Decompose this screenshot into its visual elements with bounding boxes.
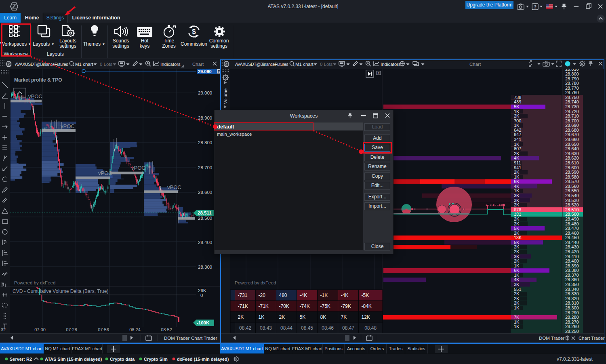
- svg-text:28.250: 28.250: [565, 329, 579, 333]
- svg-text:Crypto data: Crypto data: [110, 357, 135, 362]
- svg-text:-100K: -100K: [197, 320, 210, 325]
- svg-text:3K: 3K: [514, 193, 520, 198]
- svg-text:28.320: 28.320: [565, 296, 579, 301]
- svg-text:2K: 2K: [514, 221, 520, 226]
- svg-text:28.390: 28.390: [565, 263, 579, 268]
- svg-text:2K: 2K: [514, 217, 520, 221]
- svg-text:28.511: 28.511: [198, 210, 212, 215]
- svg-text:-71K: -71K: [259, 303, 269, 309]
- svg-text:28.610: 28.610: [565, 160, 579, 165]
- svg-text:5K: 5K: [514, 104, 520, 109]
- svg-text:0: 0: [200, 293, 203, 298]
- svg-text:181: 181: [514, 212, 521, 217]
- svg-text:28.490: 28.490: [565, 217, 579, 221]
- svg-text:28.800: 28.800: [565, 72, 579, 76]
- svg-text:Powered by dxFeed: Powered by dxFeed: [235, 280, 276, 285]
- svg-text:12K: 12K: [362, 314, 370, 320]
- svg-text:29.000: 29.000: [198, 90, 212, 95]
- svg-text:28.700: 28.700: [198, 165, 212, 170]
- svg-text:F: F: [378, 72, 380, 75]
- svg-text:28.290: 28.290: [565, 310, 579, 315]
- svg-text:28.380: 28.380: [565, 268, 579, 273]
- svg-text:7K: 7K: [514, 315, 520, 320]
- svg-text:28.760: 28.760: [565, 90, 579, 95]
- svg-text:28.410: 28.410: [565, 254, 579, 259]
- svg-text:1K: 1K: [514, 109, 520, 114]
- svg-text:-1K: -1K: [320, 292, 328, 298]
- svg-text:700: 700: [514, 118, 521, 123]
- svg-text:911: 911: [514, 160, 521, 165]
- svg-text:28.500: 28.500: [565, 212, 579, 217]
- svg-text:2K: 2K: [514, 259, 520, 263]
- svg-text:1K: 1K: [514, 123, 520, 128]
- svg-text:28.460: 28.460: [565, 231, 579, 236]
- svg-text:2K: 2K: [279, 314, 285, 320]
- svg-text:28.300: 28.300: [198, 265, 212, 269]
- svg-text:28.680: 28.680: [565, 128, 579, 133]
- svg-text:1K: 1K: [514, 263, 520, 268]
- svg-text:-731: -731: [238, 292, 248, 298]
- svg-text:28.370: 28.370: [565, 273, 579, 278]
- svg-text:3K: 3K: [514, 282, 520, 287]
- svg-text:Powered by dxFeed: Powered by dxFeed: [14, 280, 55, 285]
- svg-text:28.750: 28.750: [565, 95, 579, 100]
- svg-text:28.520: 28.520: [565, 202, 579, 207]
- svg-text:vPOC: vPOC: [61, 123, 75, 129]
- svg-text:6K: 6K: [514, 268, 520, 273]
- svg-text:28.670: 28.670: [565, 132, 579, 137]
- svg-text:1K: 1K: [514, 324, 520, 329]
- svg-text:28.620: 28.620: [565, 156, 579, 160]
- svg-text:1K: 1K: [514, 188, 520, 193]
- svg-text:08:42: 08:42: [239, 325, 251, 331]
- svg-text:1K: 1K: [259, 314, 265, 320]
- svg-text:28.600: 28.600: [565, 165, 579, 170]
- svg-text:2K: 2K: [514, 296, 520, 301]
- svg-text:28.630: 28.630: [565, 151, 579, 156]
- svg-text:07:28: 07:28: [66, 327, 77, 332]
- svg-text:480: 480: [279, 292, 287, 298]
- svg-text:08:46: 08:46: [322, 325, 334, 331]
- svg-text:28.450: 28.450: [565, 235, 579, 240]
- svg-text:vPOC: vPOC: [28, 93, 42, 99]
- svg-text:?: ?: [534, 4, 537, 9]
- svg-text:Server: R2: Server: R2: [10, 357, 32, 362]
- svg-text:551: 551: [514, 287, 521, 292]
- svg-text:2K: 2K: [514, 291, 520, 296]
- svg-text:28.800: 28.800: [198, 140, 212, 145]
- svg-text:28.900: 28.900: [198, 116, 212, 120]
- svg-text:28.530: 28.530: [565, 198, 579, 203]
- svg-text:5K: 5K: [300, 314, 306, 320]
- svg-text:07:00: 07:00: [34, 327, 46, 332]
- svg-text:28.550: 28.550: [565, 188, 579, 193]
- svg-text:28.350: 28.350: [565, 282, 579, 287]
- svg-text:28.660: 28.660: [565, 137, 579, 142]
- svg-text:947: 947: [514, 132, 521, 137]
- svg-text:28.770: 28.770: [565, 86, 579, 90]
- svg-text:28.640: 28.640: [565, 146, 579, 151]
- svg-text:5K: 5K: [514, 240, 520, 245]
- svg-text:CVD - Cumulative Volume Delta: CVD - Cumulative Volume Delta (Bars, Tru…: [13, 288, 108, 294]
- svg-text:4K: 4K: [514, 277, 520, 282]
- svg-text:28.570: 28.570: [565, 179, 579, 184]
- svg-text:1K: 1K: [514, 142, 520, 147]
- svg-text:439: 439: [514, 99, 521, 104]
- svg-text:Volume: Volume: [223, 88, 228, 104]
- svg-text:28.330: 28.330: [565, 291, 579, 296]
- svg-text:28.650: 28.650: [565, 142, 579, 147]
- svg-text:28.690: 28.690: [565, 123, 579, 128]
- svg-text:28.340: 28.340: [565, 287, 579, 292]
- svg-text:3K: 3K: [514, 254, 520, 259]
- svg-text:738: 738: [514, 95, 521, 100]
- svg-text:28.440: 28.440: [565, 240, 579, 245]
- svg-text:08:43: 08:43: [260, 325, 272, 331]
- svg-text:13K: 13K: [514, 235, 522, 240]
- svg-text:2K: 2K: [514, 231, 520, 236]
- svg-text:07:56: 07:56: [98, 327, 109, 332]
- svg-text:-74K: -74K: [300, 303, 310, 309]
- svg-text:807: 807: [514, 146, 521, 151]
- svg-text:642: 642: [514, 128, 521, 133]
- svg-text:4K: 4K: [514, 156, 520, 160]
- svg-text:2K: 2K: [514, 244, 520, 249]
- svg-text:28.430: 28.430: [565, 244, 579, 249]
- svg-text:28.400: 28.400: [565, 259, 579, 263]
